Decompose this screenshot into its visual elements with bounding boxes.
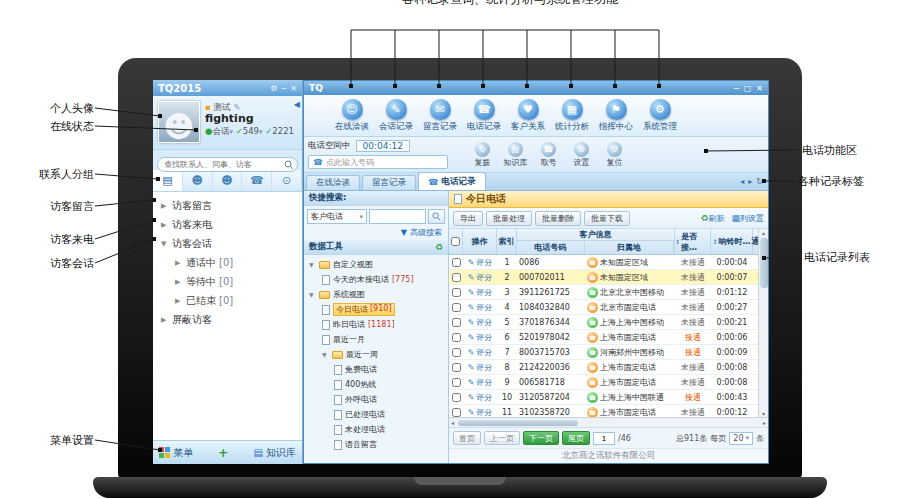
- tab-message-records[interactable]: 留言记录: [362, 175, 416, 190]
- scroll-left-icon[interactable]: ◂: [451, 419, 454, 426]
- maximize-icon[interactable]: ▢: [744, 84, 752, 93]
- prev-page-button[interactable]: 上一页: [484, 431, 520, 445]
- rate-link[interactable]: ✎评分: [463, 405, 497, 417]
- col-action[interactable]: 操作: [463, 229, 497, 254]
- rate-link[interactable]: ✎评分: [463, 390, 497, 404]
- collapse-icon[interactable]: ▼: [309, 261, 316, 268]
- toolbar-statistics[interactable]: ▦统计分析: [550, 95, 594, 136]
- dial-input[interactable]: ☎ 点此输入号码: [308, 155, 448, 169]
- horizontal-scrollbar[interactable]: ◂▸: [449, 417, 768, 427]
- scroll-right-icon[interactable]: ▸: [763, 419, 766, 426]
- collapse-icon[interactable]: ▼: [309, 291, 316, 298]
- rate-link[interactable]: ✎评分: [463, 375, 497, 389]
- rate-link[interactable]: ✎评分: [463, 330, 497, 344]
- expand-icon[interactable]: ▶: [175, 259, 186, 267]
- row-checkbox[interactable]: [452, 333, 461, 342]
- tree-view-last-month[interactable]: 最近一月: [304, 332, 448, 347]
- tab-calls[interactable]: ☎: [242, 170, 272, 191]
- pickup-button[interactable]: ☎取号: [532, 140, 565, 169]
- table-row[interactable]: ✎评分 2 000702011 ☎未知固定区域 未接通 0:00:07 0: [449, 270, 767, 285]
- row-checkbox[interactable]: [452, 363, 461, 372]
- refresh-button[interactable]: ♻刷新: [700, 213, 724, 224]
- tree-item-visitor-message[interactable]: ▶访客留言: [153, 196, 302, 215]
- scrollbar-thumb[interactable]: [458, 420, 578, 426]
- tree-item-blocked[interactable]: ▶屏蔽访客: [153, 310, 302, 329]
- settings-icon[interactable]: ⚙: [270, 84, 277, 93]
- scroll-up-icon[interactable]: ▴: [762, 229, 765, 236]
- tree-view-today-calls[interactable]: 今日电话[910]: [304, 302, 448, 317]
- row-checkbox[interactable]: [452, 273, 461, 282]
- row-checkbox[interactable]: [452, 303, 461, 312]
- rate-link[interactable]: ✎评分: [463, 345, 497, 359]
- expand-icon[interactable]: ▶: [161, 221, 172, 229]
- avatar[interactable]: ☻: [158, 101, 200, 143]
- col-phone[interactable]: 电话号码: [517, 241, 585, 254]
- batch-delete-button[interactable]: 批量删除: [535, 211, 581, 226]
- knowledge-base-button[interactable]: ▤知识库: [254, 446, 296, 460]
- toolbar-call-records[interactable]: ☎电话记录: [462, 95, 506, 136]
- expand-icon[interactable]: ▶: [175, 297, 186, 305]
- chat-count-label[interactable]: 会话: [212, 126, 229, 136]
- column-settings-button[interactable]: ▦列设置: [731, 213, 764, 224]
- recycle-icon[interactable]: ♻: [435, 242, 443, 252]
- rate-link[interactable]: ✎评分: [463, 360, 497, 374]
- table-row[interactable]: ✎评分 9 006581718 ☎上海市固定电话 未接通 0:00:08 0: [449, 375, 767, 390]
- page-input[interactable]: [593, 432, 615, 445]
- tree-view-item[interactable]: 语音留言: [304, 437, 448, 452]
- col-index[interactable]: 索引: [497, 229, 517, 254]
- first-page-button[interactable]: 首页: [453, 431, 481, 445]
- toolbar-command-center[interactable]: ⚑指挥中心: [594, 95, 638, 136]
- tree-view-yesterday-calls[interactable]: 昨日电话[1181]: [304, 317, 448, 332]
- tree-view-missed-today[interactable]: 今天的未接电话[775]: [304, 272, 448, 287]
- back-icon[interactable]: ◂: [740, 177, 744, 186]
- edit-status-icon[interactable]: ✎: [233, 102, 240, 112]
- tree-group-system-views[interactable]: ▼系统视图: [304, 287, 448, 302]
- tree-group-last-week[interactable]: ▼最近一周: [304, 347, 448, 362]
- refresh-icon[interactable]: ↻: [756, 177, 763, 186]
- expand-icon[interactable]: ▶: [161, 202, 172, 210]
- collapse-panel-icon[interactable]: ◀: [294, 100, 300, 109]
- tree-view-item[interactable]: 免费电话: [304, 362, 448, 377]
- col-location[interactable]: 归属地: [585, 241, 674, 254]
- count-b[interactable]: 2221: [272, 126, 294, 136]
- tree-item-visitor-call[interactable]: ▶访客来电: [153, 215, 302, 234]
- tree-item-visitor-session[interactable]: ▼访客会话: [153, 234, 302, 253]
- col-ring-time[interactable]: ↕响铃时…: [711, 229, 753, 254]
- tree-view-item[interactable]: 未处理电话: [304, 422, 448, 437]
- add-icon[interactable]: +: [218, 445, 229, 460]
- row-checkbox[interactable]: [452, 408, 461, 417]
- table-row[interactable]: ✎评分 1 0086 ☎未知固定区域 未接通 0:00:04 0: [449, 255, 767, 270]
- rate-link[interactable]: ✎评分: [463, 255, 497, 269]
- tab-sessions[interactable]: ▤: [153, 170, 183, 191]
- forward-icon[interactable]: ▸: [748, 177, 752, 186]
- rate-link[interactable]: ✎评分: [463, 270, 497, 284]
- tree-item-ended[interactable]: ▶已结束[0]: [153, 291, 302, 310]
- tree-item-in-call[interactable]: ▶通话中[0]: [153, 253, 302, 272]
- knowledge-button[interactable]: ▤知识库: [499, 140, 532, 169]
- reset-button[interactable]: ↺复位: [598, 140, 631, 169]
- vertical-scrollbar[interactable]: ▴▾: [758, 229, 768, 417]
- batch-download-button[interactable]: 批量下载: [584, 211, 630, 226]
- row-checkbox[interactable]: [452, 393, 461, 402]
- search-input[interactable]: [157, 157, 298, 172]
- export-button[interactable]: 导出: [453, 211, 483, 226]
- settings-button[interactable]: ⚙设置: [565, 140, 598, 169]
- minimize-icon[interactable]: ─: [734, 84, 739, 93]
- select-all-checkbox[interactable]: [451, 237, 460, 246]
- table-row[interactable]: ✎评分 7 8003715703 ☎河南郑州中国移动 接通 0:00:09 0: [449, 345, 767, 360]
- tree-group-custom-views[interactable]: ▼自定义视图: [304, 257, 448, 272]
- search-button[interactable]: [428, 209, 445, 224]
- menu-button[interactable]: 菜单: [173, 446, 193, 460]
- tree-item-waiting[interactable]: ▶等待中[0]: [153, 272, 302, 291]
- row-checkbox[interactable]: [452, 288, 461, 297]
- minimize-icon[interactable]: ─: [281, 84, 286, 93]
- close-icon[interactable]: ✕: [290, 84, 297, 93]
- scrollbar-thumb[interactable]: [760, 238, 768, 288]
- tree-view-item[interactable]: 已处理电话: [304, 407, 448, 422]
- table-row[interactable]: ✎评分 3 3911261725 ☎北京北京中国移动 未接通 0:01:12 0: [449, 285, 767, 300]
- toolbar-session-records[interactable]: ✎会话记录: [374, 95, 418, 136]
- row-checkbox[interactable]: [452, 318, 461, 327]
- tab-call-records[interactable]: ☎电话记录: [418, 172, 486, 190]
- filter-select[interactable]: 客户电话▾: [307, 209, 367, 224]
- quick-search-input[interactable]: [369, 209, 426, 224]
